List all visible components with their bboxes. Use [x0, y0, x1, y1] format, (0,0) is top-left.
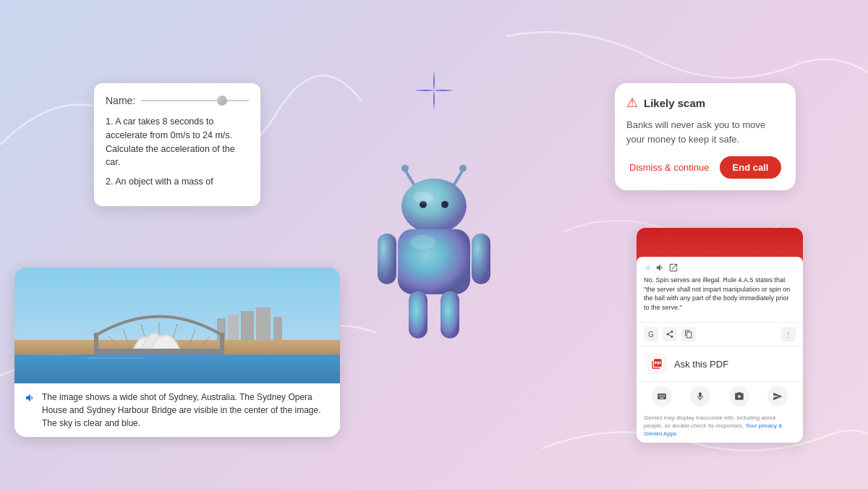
keyboard-icon[interactable]	[652, 386, 672, 407]
sydney-caption-bar: The image shows a wide shot of Sydney, A…	[14, 383, 340, 437]
camera-icon[interactable]	[729, 386, 749, 407]
more-options-icon[interactable]: ⋮	[781, 327, 796, 341]
audio-icon	[25, 392, 36, 404]
dismiss-continue-button[interactable]: Dismiss & continue	[626, 158, 712, 177]
open-external-icon[interactable]	[668, 263, 678, 273]
google-icon[interactable]: G	[644, 327, 658, 341]
microphone-icon[interactable]	[690, 386, 710, 407]
scam-actions: Dismiss & continue End call	[626, 156, 784, 179]
gemini-mini-star-icon	[644, 263, 652, 272]
svg-point-12	[410, 235, 436, 250]
browser-card: No. Spin serves are illegal. Rule 4.A.5 …	[637, 228, 803, 443]
svg-point-6	[441, 201, 448, 208]
worksheet-card: Name: 1. A car takes 8 seconds to accele…	[94, 83, 260, 206]
svg-rect-10	[409, 292, 427, 339]
ask-pdf-bar[interactable]: Ask this PDF	[637, 346, 803, 381]
svg-rect-8	[378, 234, 396, 284]
svg-point-13	[413, 192, 433, 203]
gemini-response-panel: No. Spin serves are illegal. Rule 4.A.5 …	[637, 257, 803, 322]
worksheet-question-2: 2. An object with a mass of	[106, 175, 249, 189]
scam-description: Banks will never ask you to move your mo…	[626, 118, 784, 146]
scam-header: ⚠ Likely scam	[626, 95, 784, 111]
sydney-caption-text: The image shows a wide shot of Sydney, A…	[42, 391, 330, 430]
pdf-icon	[647, 354, 667, 374]
disclaimer-text: Gemini may display inaccurate info, incl…	[637, 411, 803, 443]
svg-rect-11	[441, 292, 459, 339]
browser-bottom-toolbar	[637, 381, 803, 411]
gemini-star-icon	[412, 69, 456, 115]
gemini-response-text: No. Spin serves are illegal. Rule 4.A.5 …	[644, 276, 796, 312]
svg-rect-29	[94, 349, 224, 354]
scam-title: Likely scam	[644, 97, 705, 109]
svg-rect-9	[472, 234, 490, 284]
svg-point-3	[459, 165, 467, 172]
gemini-response-header	[644, 263, 796, 273]
svg-point-2	[401, 165, 409, 172]
scam-alert-card: ⚠ Likely scam Banks will never ask you t…	[615, 83, 796, 190]
svg-point-4	[401, 179, 467, 234]
browser-screenshot: No. Spin serves are illegal. Rule 4.A.5 …	[637, 228, 803, 322]
name-underline	[141, 100, 249, 101]
share-icon[interactable]	[663, 327, 677, 341]
worksheet-name-row: Name:	[106, 95, 249, 106]
name-label: Name:	[106, 95, 135, 106]
speaker-icon[interactable]	[655, 263, 665, 273]
name-dot	[217, 95, 227, 106]
ask-pdf-label: Ask this PDF	[674, 359, 728, 370]
end-call-button[interactable]: End call	[720, 156, 782, 179]
send-icon[interactable]	[767, 386, 788, 407]
sydney-image	[14, 268, 340, 383]
worksheet-question-1: 1. A car takes 8 seconds to accelerate f…	[106, 115, 249, 169]
warning-icon: ⚠	[626, 95, 638, 111]
browser-toolbar[interactable]: G ⋮	[637, 322, 803, 346]
android-robot	[340, 127, 528, 373]
copy-icon[interactable]	[681, 327, 696, 341]
sydney-image-card: The image shows a wide shot of Sydney, A…	[14, 268, 340, 437]
